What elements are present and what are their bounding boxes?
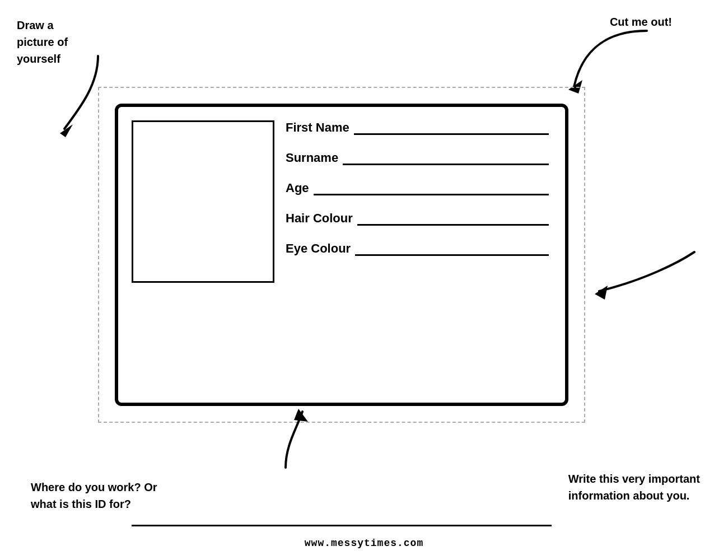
age-field: Age [286, 181, 549, 195]
footer-website: www.messytimes.com [305, 538, 423, 549]
eye-colour-line [355, 254, 549, 256]
surname-line [343, 163, 549, 165]
svg-marker-3 [595, 286, 608, 300]
right-arrow-icon [588, 246, 700, 314]
first-name-field: First Name [286, 120, 549, 135]
photo-box [132, 120, 274, 283]
age-label: Age [286, 181, 309, 195]
bottom-arrow-icon [241, 406, 330, 473]
fields-area: First Name Surname Age Hair Colour Eye C… [286, 120, 549, 272]
first-name-line [354, 133, 549, 135]
card-bottom-line [132, 525, 552, 526]
first-name-label: First Name [286, 120, 349, 135]
eye-colour-field: Eye Colour [286, 241, 549, 256]
bottom-left-instruction: Where do you work? Or what is this ID fo… [31, 479, 157, 512]
surname-field: Surname [286, 151, 549, 165]
svg-marker-2 [294, 409, 308, 422]
surname-label: Surname [286, 151, 338, 165]
hair-colour-line [357, 223, 549, 226]
age-line [314, 193, 549, 195]
bottom-right-instruction: Write this very important information ab… [568, 470, 700, 504]
hair-colour-field: Hair Colour [286, 211, 549, 226]
eye-colour-label: Eye Colour [286, 241, 351, 256]
hair-colour-label: Hair Colour [286, 211, 353, 226]
